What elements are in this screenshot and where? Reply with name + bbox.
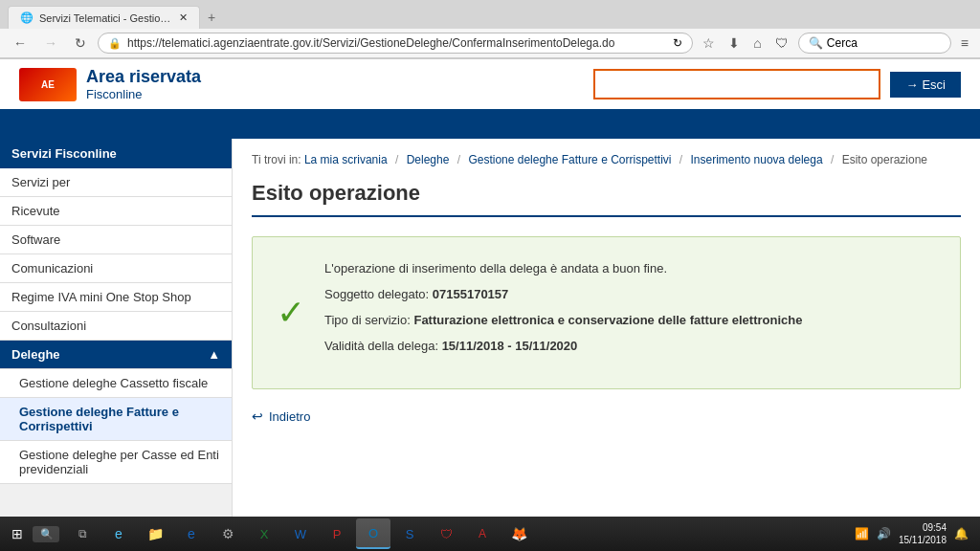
sidebar-item-casse[interactable]: Gestione deleghe per Casse ed Enti previ… [0,441,232,484]
taskbar-app-skype[interactable]: S [392,518,427,549]
taskbar: ⊞ 🔍 ⧉ e 📁 e ⚙ X W P O S 🛡 A 🦊 📶 🔊 09:54 … [0,517,980,551]
tab-title: Servizi Telematici - Gestione... [39,12,173,24]
taskbar-app-settings[interactable]: ⚙ [211,518,245,549]
tipo-value: Fatturazione elettronica e conservazione… [413,313,802,327]
taskbar-right: 📶 🔊 09:54 15/11/2018 🔔 [855,521,976,546]
blue-strip [0,112,980,139]
logo-area: AE Area riservata Fisconline [19,67,201,101]
address-bar[interactable]: 🔒 https://telematici.agenziaentrate.gov.… [98,33,693,54]
breadcrumb: Ti trovi in: La mia scrivania / Deleghe … [252,153,961,166]
search-bar[interactable]: 🔍 Cerca [798,33,951,54]
result-success-message: L'operazione di inserimento della delega… [324,261,931,276]
breadcrumb-sep-1: / [395,153,398,166]
sidebar-item-comunicazioni[interactable]: Comunicazioni [0,254,232,283]
taskbar-app-edge[interactable]: e [101,518,136,549]
logo-image: AE [19,68,77,101]
new-tab-button[interactable]: + [200,6,223,29]
breadcrumb-home[interactable]: La mia scrivania [304,153,388,166]
taskbar-app-word[interactable]: W [283,518,318,549]
taskbar-app-antivirus[interactable]: 🛡 [429,518,463,549]
taskbar-app-acrobat[interactable]: A [465,518,500,549]
taskbar-search[interactable]: 🔍 [33,526,59,542]
taskbar-app-firefox[interactable]: 🦊 [501,518,536,549]
sidebar-item-cassetto[interactable]: Gestione deleghe Cassetto fiscale [0,369,232,398]
breadcrumb-nuova[interactable]: Inserimento nuova delega [691,153,823,166]
taskbar-app-explorer[interactable]: 📁 [138,518,172,549]
download-icon[interactable]: ⬇ [724,33,744,53]
checkmark-icon: ✓ [277,293,305,333]
back-button[interactable]: ← [8,33,33,53]
validita-label: Validità della delega: [324,339,442,353]
esci-button[interactable]: → Esci [890,72,961,98]
exit-icon: → [905,77,918,92]
sidebar-item-consultazioni[interactable]: Consultazioni [0,312,232,341]
site-subtitle: Fisconline [86,87,143,101]
back-link[interactable]: Indietro [269,409,310,424]
tipo-label: Tipo di servizio: [324,313,413,327]
home-icon[interactable]: ⌂ [749,33,765,53]
taskbar-app-outlook[interactable]: O [356,518,390,549]
sidebar-section-deleghe[interactable]: Deleghe ▲ [0,341,232,369]
esci-label: Esci [922,77,946,92]
browser-toolbar: ← → ↻ 🔒 https://telematici.agenziaentrat… [0,29,980,58]
chevron-up-icon: ▲ [208,347,220,362]
soggetto-value: 07155170157 [433,287,509,301]
menu-icon[interactable]: ≡ [957,33,972,53]
main-layout: Servizi Fisconline Servizi per Ricevute … [0,139,980,518]
lock-icon: 🔒 [108,37,122,50]
sidebar-item-ricevute[interactable]: Ricevute [0,197,232,226]
search-placeholder: Cerca [827,36,858,50]
taskbar-time-value: 09:54 [899,521,947,534]
deleghe-label: Deleghe [11,347,60,362]
validita-value: 15/11/2018 - 15/11/2020 [442,339,578,353]
sidebar-item-software[interactable]: Software [0,226,232,254]
breadcrumb-sep-3: / [679,153,682,166]
result-tipo-line: Tipo di servizio: Fatturazione elettroni… [324,313,931,327]
user-input[interactable] [593,69,880,99]
taskbar-network-icon[interactable]: 📶 [855,527,869,540]
refresh-button[interactable]: ↻ [69,33,92,53]
taskbar-clock: 09:54 15/11/2018 [899,521,947,546]
result-content: L'operazione di inserimento della delega… [281,261,931,353]
taskbar-app-ie[interactable]: e [174,518,209,549]
page-content: AE Area riservata Fisconline → Esci Serv… [0,59,980,534]
taskbar-app-taskview[interactable]: ⧉ [65,518,100,549]
forward-button[interactable]: → [38,33,63,53]
active-tab[interactable]: 🌐 Servizi Telematici - Gestione... ✕ [8,6,200,29]
result-soggetto-line: Soggetto delegato: 07155170157 [324,287,931,301]
taskbar-notification-icon[interactable]: 🔔 [954,527,969,540]
taskbar-volume-icon[interactable]: 🔊 [877,527,891,540]
page-title: Esito operazione [252,181,961,217]
browser-icons: ☆ ⬇ ⌂ 🛡 [699,33,791,53]
tab-favicon: 🌐 [20,11,33,24]
breadcrumb-prefix: Ti trovi in: [252,153,304,166]
start-button[interactable]: ⊞ [4,524,31,543]
tab-bar: 🌐 Servizi Telematici - Gestione... ✕ + [0,0,980,29]
refresh-icon: ↻ [673,36,682,50]
star-icon[interactable]: ☆ [699,33,719,53]
breadcrumb-sep-2: / [457,153,460,166]
sidebar-item-fatture[interactable]: Gestione deleghe Fatture e Corrispettivi [0,398,232,441]
browser-chrome: 🌐 Servizi Telematici - Gestione... ✕ + ←… [0,0,980,59]
result-validita-line: Validità della delega: 15/11/2018 - 15/1… [324,339,931,353]
content-area: Ti trovi in: La mia scrivania / Deleghe … [233,139,980,518]
sidebar: Servizi Fisconline Servizi per Ricevute … [0,139,233,518]
back-link-area: ↩ Indietro [252,408,961,424]
sidebar-item-regime-oss[interactable]: Regime IVA mini One Stop Shop [0,283,232,312]
breadcrumb-current: Esito operazione [842,153,927,166]
tab-close-button[interactable]: ✕ [179,11,188,24]
sidebar-item-servizi-per[interactable]: Servizi per [0,168,232,197]
shield-icon: 🛡 [771,33,792,53]
result-box: ✓ L'operazione di inserimento della dele… [252,236,961,389]
search-icon: 🔍 [809,36,823,50]
taskbar-app-excel[interactable]: X [247,518,281,549]
logo-text: Area riservata Fisconline [86,67,201,101]
taskbar-app-powerpoint[interactable]: P [320,518,354,549]
sidebar-header: Servizi Fisconline [0,139,232,168]
url-text: https://telematici.agenziaentrate.gov.it… [127,36,667,50]
breadcrumb-deleghe[interactable]: Deleghe [407,153,450,166]
taskbar-date-value: 15/11/2018 [899,534,947,546]
breadcrumb-gestion[interactable]: Gestione deleghe Fatture e Corrispettivi [468,153,671,166]
breadcrumb-sep-4: / [831,153,834,166]
site-header: AE Area riservata Fisconline → Esci [0,59,980,112]
